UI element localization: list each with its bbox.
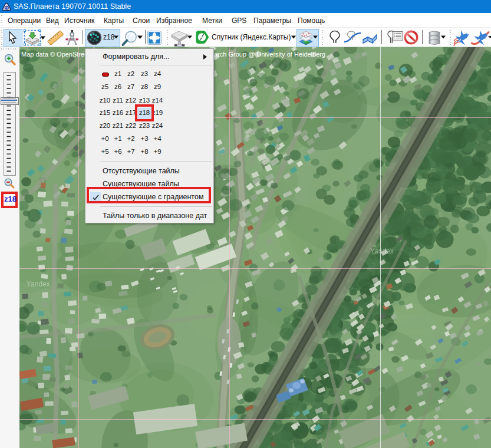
svg-text:Yandex: Yandex [27, 280, 50, 288]
svg-text:Yandex: Yandex [370, 247, 394, 255]
svg-text:arch Group @ University of Hei: arch Group @ University of Heidelberg [214, 51, 325, 58]
